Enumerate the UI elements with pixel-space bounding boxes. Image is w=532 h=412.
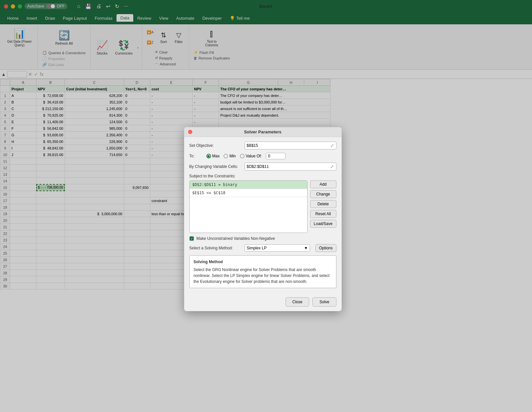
changing-cells-label: By Changing Variable Cells: [189, 164, 242, 169]
to-row: To: Max Min Value Of: [189, 153, 336, 159]
max-label: Max [212, 154, 220, 158]
dialog-footer: Close Solve [184, 297, 342, 311]
dialog-close-traffic-button[interactable] [188, 130, 192, 134]
changing-cells-value: $D$2:$D$11 [247, 164, 269, 169]
constraints-area: $D$2:$D$11 = binary $E$15 <= $C$18 Add C… [189, 180, 336, 233]
checkmark-icon: ✓ [190, 237, 193, 240]
reset-all-button[interactable]: Reset All [310, 210, 336, 218]
solving-method-text: Select the GRG Nonlinear engine for Solv… [194, 267, 332, 285]
collapse-icon-2[interactable]: ⤢ [330, 164, 334, 169]
collapse-icon[interactable]: ⤢ [330, 143, 334, 148]
solving-method-title: Solving Method [194, 259, 332, 265]
constraints-label: Subject to the Constraints: [189, 174, 336, 178]
close-button[interactable]: Close [286, 297, 309, 307]
checkbox-row: ✓ Make Unconstrained Variables Non-Negat… [189, 236, 336, 241]
method-select[interactable]: Simplex LP ▼ [245, 244, 310, 252]
radio-group: Max Min Value Of: [206, 153, 286, 159]
radio-max[interactable]: Max [206, 154, 220, 158]
checkbox-label: Make Unconstrained Variables Non-Negativ… [197, 236, 275, 241]
constraint-buttons: Add Change Delete Reset All Load/Save [310, 180, 336, 233]
solving-method-box: Solving Method Select the GRG Nonlinear … [189, 255, 336, 288]
radio-min[interactable]: Min [223, 154, 236, 158]
method-value: Simplex LP [247, 246, 267, 250]
changing-cells-input[interactable]: $D$2:$D$11 ⤢ [245, 163, 336, 171]
dialog-title: Solver Parameters [244, 129, 281, 134]
constraints-list: $D$2:$D$11 = binary $E$15 <= $C$18 [189, 180, 308, 233]
set-objective-input[interactable]: $B$15 ⤢ [245, 142, 336, 149]
constraint-item-1[interactable]: $D$2:$D$11 = binary [190, 181, 307, 189]
value-of-input[interactable] [266, 153, 286, 159]
min-label: Min [229, 154, 236, 158]
options-button[interactable]: Options [315, 244, 336, 252]
dialog-titlebar: Solver Parameters [184, 127, 342, 137]
radio-max-dot [207, 155, 210, 157]
change-constraint-button[interactable]: Change [310, 190, 336, 198]
dropdown-arrow-icon: ▼ [304, 246, 308, 250]
set-objective-value: $B$15 [247, 143, 258, 148]
set-objective-label: Set Objective: [189, 143, 242, 148]
method-label: Select a Solving Method: [189, 246, 242, 250]
add-constraint-button[interactable]: Add [310, 180, 336, 188]
load-save-button[interactable]: Load/Save [310, 220, 336, 228]
radio-value[interactable]: Value Of: [240, 154, 262, 158]
radio-min-circle [223, 154, 228, 158]
radio-max-circle [206, 154, 211, 158]
method-row: Select a Solving Method: Simplex LP ▼ Op… [189, 244, 336, 252]
radio-value-circle [240, 154, 245, 158]
solve-button[interactable]: Solve [312, 297, 336, 307]
delete-constraint-button[interactable]: Delete [310, 200, 336, 208]
constraint-item-2[interactable]: $E$15 <= $C$18 [190, 189, 307, 197]
to-label: To: [189, 154, 202, 158]
solver-dialog: Solver Parameters Set Objective: $B$15 ⤢… [184, 127, 342, 311]
dialog-overlay: Solver Parameters Set Objective: $B$15 ⤢… [0, 0, 532, 412]
dialog-body: Set Objective: $B$15 ⤢ To: Max [184, 137, 342, 297]
changing-cells-row: By Changing Variable Cells: $D$2:$D$11 ⤢ [189, 163, 336, 171]
unconstrained-checkbox[interactable]: ✓ [189, 236, 194, 241]
set-objective-row: Set Objective: $B$15 ⤢ [189, 142, 336, 149]
value-of-label: Value Of: [246, 154, 262, 158]
